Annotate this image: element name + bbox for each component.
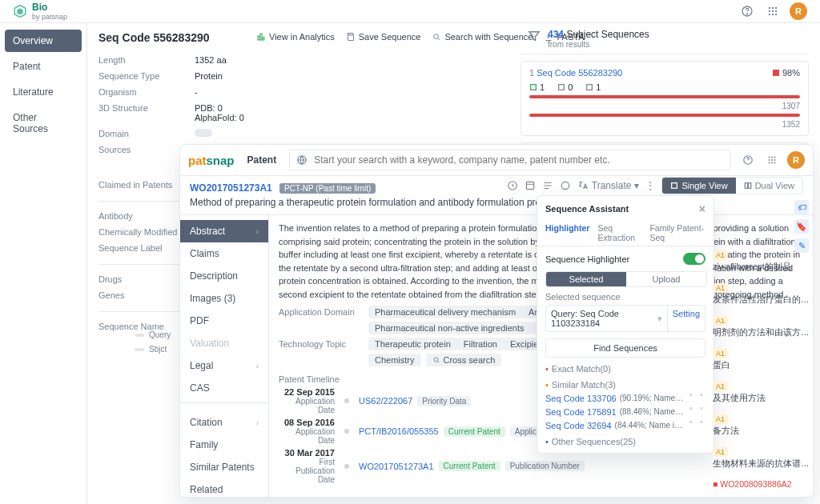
mode-selected[interactable]: Selected [546, 272, 626, 286]
mode-upload[interactable]: Upload [626, 272, 706, 286]
apps-icon[interactable] [764, 2, 782, 20]
section-exact[interactable]: Exact Match(0) [545, 364, 705, 374]
bio-logo-icon [13, 4, 27, 18]
cn-row[interactable]: A1及其使用方法 [713, 381, 817, 404]
cn-row[interactable]: A1生物材料来源的抗体谱，方 [713, 446, 817, 470]
section-other[interactable]: Other Sequences(25) [545, 437, 705, 446]
tab-patent[interactable]: Patent [243, 151, 282, 169]
legend-subject: Sbjct [135, 342, 171, 357]
translate-button[interactable]: Translate ▾ [577, 180, 640, 191]
dual-view-button[interactable]: Dual View [736, 178, 802, 194]
setting-link[interactable]: Setting [667, 306, 705, 331]
cn-row[interactable]: A1发条件活性治疗蛋白的方法 [713, 282, 817, 306]
cn-row[interactable]: A1明剂剂的方法和由该方法产 [713, 315, 817, 338]
save-sequence-button[interactable]: Save Sequence [346, 32, 421, 42]
help-icon[interactable] [739, 151, 757, 169]
view-analytics-button[interactable]: View in Analytics [256, 32, 335, 42]
svg-point-32 [769, 162, 770, 164]
related-cn-list: A1ziv-aflibercept的制品A1发条件活性治疗蛋白的方法A1明剂剂的… [713, 240, 817, 498]
tag[interactable]: Pharmaceutical non-active ingredients [368, 322, 531, 334]
value-organism: - [195, 87, 515, 97]
patent-toolbar: Translate ▾ ⋮ Single View Dual View [507, 177, 803, 194]
sidebar-item-patent[interactable]: Patent [5, 55, 82, 78]
section-similar[interactable]: Similar Match(3) [545, 380, 705, 390]
assistant-title: Sequence Assistant [545, 204, 629, 214]
patent-status-badge: PCT-NP (Past time limit) [279, 183, 376, 194]
apps-icon[interactable] [763, 151, 781, 169]
side-similar[interactable]: Similar Patents [180, 456, 268, 478]
svg-point-31 [774, 159, 776, 161]
patent-search[interactable] [289, 150, 731, 170]
match-item[interactable]: Seq Code 175891(88.46%; Name in Docume…˄… [545, 406, 705, 417]
tag[interactable]: Pharmaceutical delivery mechanism [368, 306, 522, 318]
svg-point-29 [769, 159, 770, 161]
timeline-link[interactable]: PCT/IB2016/055355 [359, 426, 439, 436]
timeline-link[interactable]: US62/222067 [359, 396, 412, 406]
svg-rect-38 [672, 183, 677, 189]
match-item[interactable]: Seq Code 32694(84.44%; Name in Docume…˄ … [545, 420, 705, 430]
search-sequence-button[interactable]: Search with Sequence [432, 32, 533, 42]
patent-code[interactable]: WO2017051273A1 [190, 182, 272, 194]
bio-topbar: Bio by patsnap R [0, 0, 820, 23]
cn-last[interactable]: ■ WO2008093886A2 [713, 479, 817, 489]
tag[interactable]: Therapeutic protein [368, 338, 457, 350]
side-legal[interactable]: Legal› [180, 354, 268, 377]
avatar[interactable]: R [790, 2, 807, 20]
highlighter-toggle[interactable] [683, 253, 705, 265]
search-input[interactable] [312, 154, 724, 166]
tag[interactable]: Chemistry [368, 354, 421, 366]
match-item[interactable]: Seq Code 133706(90.19%; Name in Docum…˄ … [545, 393, 705, 403]
side-description[interactable]: Description [180, 265, 268, 287]
globe-icon [296, 154, 308, 166]
tool-icon[interactable] [525, 180, 536, 191]
side-abstract[interactable]: Abstract› [180, 220, 268, 242]
sidebar-item-other[interactable]: Other Sources [5, 106, 82, 140]
svg-rect-16 [349, 34, 352, 36]
side-pdf[interactable]: PDF [180, 310, 268, 332]
svg-point-6 [775, 7, 777, 9]
timeline-link[interactable]: WO2017051273A1 [359, 462, 434, 471]
side-family[interactable]: Family [180, 434, 268, 456]
help-icon[interactable] [738, 2, 756, 20]
svg-point-17 [434, 34, 439, 39]
subject-card[interactable]: 1 Seq Code 55628329098%10113071352 [521, 61, 809, 136]
strip-icon[interactable]: 🔖 [794, 219, 809, 234]
side-images[interactable]: Images (3) [180, 287, 268, 310]
find-sequences-button[interactable]: Find Sequences [545, 338, 705, 358]
svg-rect-20 [587, 85, 593, 90]
single-view-button[interactable]: Single View [662, 178, 735, 194]
svg-rect-39 [745, 183, 747, 189]
side-claims[interactable]: Claims [180, 242, 268, 265]
tool-icon[interactable] [560, 180, 571, 191]
side-related[interactable]: Related Literature [180, 478, 268, 498]
more-icon[interactable]: ⋮ [645, 180, 655, 191]
tab-highlighter[interactable]: Highlighter [545, 223, 589, 242]
tab-family[interactable]: Family Patent-Seq [649, 223, 705, 242]
filter-icon[interactable] [527, 29, 541, 43]
cn-row[interactable]: A1备方法 [713, 414, 817, 437]
side-citation[interactable]: Citation› [180, 411, 268, 434]
strip-icon[interactable]: 🏷 [794, 200, 809, 214]
svg-point-42 [434, 358, 438, 362]
avatar[interactable]: R [787, 151, 805, 169]
cn-row[interactable]: A1蛋白 [713, 348, 817, 371]
side-valuation: Valuation [180, 332, 268, 354]
close-icon[interactable]: × [699, 202, 705, 215]
cn-row[interactable]: A1ziv-aflibercept的制品 [713, 250, 817, 273]
sequence-select[interactable]: Query: Seq Code 1103233184▾ [546, 306, 667, 331]
sidebar-item-overview[interactable]: Overview [5, 30, 82, 52]
bio-brand[interactable]: Bio by patsnap [13, 2, 67, 21]
tab-seq-extraction[interactable]: Seq Extraction [597, 223, 641, 242]
sidebar-item-literature[interactable]: Literature [5, 81, 82, 103]
side-cas[interactable]: CAS [180, 377, 268, 399]
svg-point-8 [772, 10, 774, 12]
patsnap-brand[interactable]: patsnap [188, 154, 235, 167]
tool-icon[interactable] [542, 180, 553, 191]
label-organism: Organism [98, 87, 195, 97]
svg-point-9 [775, 10, 777, 12]
tag[interactable]: Filtration [457, 338, 504, 350]
tool-icon[interactable] [507, 180, 518, 191]
label-length: Length [98, 55, 195, 65]
cross-search-button[interactable]: Cross search [426, 354, 502, 366]
subject-count: 434 [548, 29, 564, 40]
